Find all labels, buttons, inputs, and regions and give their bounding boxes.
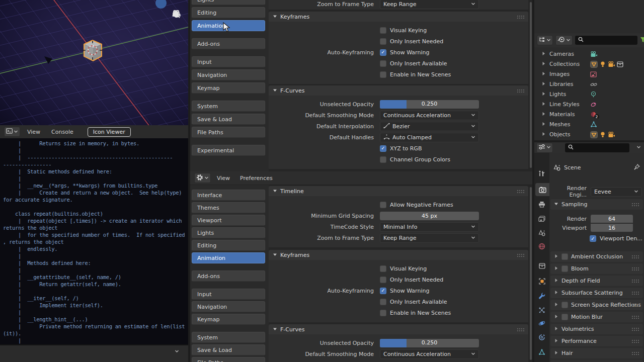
checkbox-only-insert-needed[interactable] — [380, 277, 386, 283]
console-output-text[interactable]: | Returns size in memory, in bytes. | | … — [3, 140, 187, 344]
sidebar-item-system[interactable]: System — [192, 101, 265, 112]
sidebar-item-save-load[interactable]: Save & Load — [192, 114, 265, 125]
sidebar-item-editing[interactable]: Editing — [192, 240, 265, 251]
panel-grip[interactable] — [631, 203, 639, 206]
checkbox-viewport-denoising[interactable]: ✓ — [590, 235, 596, 242]
divider[interactable] — [188, 0, 190, 362]
checkbox-ambient-occlusion[interactable] — [561, 253, 568, 260]
divider[interactable] — [534, 140, 644, 142]
slider-unselected-opacity[interactable]: 0.250 — [380, 339, 479, 347]
render-engine-select[interactable]: Eevee — [591, 187, 642, 197]
data-tab[interactable] — [534, 345, 549, 358]
console-menu-console[interactable]: Console — [47, 129, 77, 135]
sidebar-item-viewport[interactable]: Viewport — [192, 215, 265, 226]
chevron-down-icon[interactable] — [636, 144, 641, 151]
sidebar-item-file-paths[interactable]: File Paths — [192, 127, 265, 138]
checkbox-visual-keying[interactable] — [380, 265, 386, 272]
panel-grip[interactable] — [517, 328, 524, 331]
panel-header-bloom[interactable]: Bloom — [550, 263, 643, 274]
panel-grip[interactable] — [631, 291, 639, 295]
physics-tab[interactable] — [534, 317, 549, 330]
checkbox-enable-in-new-scenes[interactable] — [380, 71, 386, 78]
panel-header-hair[interactable]: Hair — [550, 348, 643, 358]
panel-header-motion-blur[interactable]: Motion Blur — [550, 312, 643, 322]
pan-icon[interactable] — [172, 26, 183, 37]
expand-arrow-icon[interactable] — [541, 81, 546, 87]
particles-tab[interactable] — [534, 303, 549, 316]
checkbox-enable-in-new-scenes[interactable] — [380, 310, 386, 316]
scene-tab[interactable] — [534, 226, 549, 239]
checkbox-allow-negative-frames[interactable] — [380, 202, 386, 208]
checkbox-xyz-to-rgb[interactable]: ✓ — [380, 145, 386, 152]
sidebar-item-input[interactable]: Input — [192, 289, 265, 300]
grid-floor-icon[interactable] — [172, 58, 183, 69]
panel-header-depth-of-field[interactable]: Depth of Field — [550, 276, 643, 286]
output-tab[interactable] — [534, 198, 549, 211]
divider[interactable] — [532, 0, 534, 362]
panel-grip[interactable] — [517, 89, 524, 93]
sidebar-item-add-ons[interactable]: Add-ons — [192, 270, 265, 282]
panel-grip[interactable] — [631, 315, 639, 319]
display-mode-button[interactable] — [537, 35, 553, 45]
constraints-tab[interactable] — [534, 331, 549, 344]
panel-grip[interactable] — [631, 327, 639, 331]
panel-header-sampling[interactable]: Sampling — [550, 199, 643, 210]
sidebar-item-navigation[interactable]: Navigation — [192, 69, 265, 80]
panel-grip[interactable] — [517, 253, 524, 257]
sidebar-item-lights[interactable]: Lights — [192, 0, 265, 5]
outliner-row-materials[interactable]: Materials2 — [534, 110, 644, 119]
checkbox-only-insert-available[interactable] — [380, 299, 386, 305]
scrollbar[interactable] — [530, 187, 532, 360]
panel-grip[interactable] — [631, 255, 639, 258]
number-field-minimum-grid-spacing[interactable]: 45 px — [380, 212, 479, 220]
select-default-interpolation[interactable]: Bezier — [380, 122, 479, 131]
material-tab[interactable] — [534, 359, 549, 362]
select-timecode-style[interactable]: Minimal Info — [380, 222, 479, 232]
panel-header-shadows[interactable]: Shadows — [550, 360, 643, 362]
select-zoom-to-frame-type[interactable]: Keep Range — [380, 0, 479, 9]
number-field-viewport[interactable]: 16 — [591, 224, 633, 232]
outliner-row-cameras[interactable]: Cameras — [534, 49, 644, 59]
outliner-row-lights[interactable]: Lights — [534, 89, 644, 99]
checkbox-screen-space-reflections[interactable] — [561, 302, 568, 308]
chevron-down-icon[interactable] — [175, 348, 179, 355]
prefs-menu-preferences[interactable]: Preferences — [236, 175, 277, 182]
outliner-row-images[interactable]: Images — [534, 69, 644, 79]
expand-arrow-icon[interactable] — [541, 71, 546, 77]
expand-arrow-icon[interactable] — [541, 91, 546, 98]
blend-file-button[interactable] — [555, 35, 573, 45]
expand-arrow-icon[interactable] — [541, 121, 546, 128]
checkbox-only-insert-needed[interactable] — [380, 38, 386, 45]
editor-type-button[interactable] — [4, 127, 20, 137]
sidebar-item-editing[interactable]: Editing — [192, 7, 265, 18]
panel-header-screen-space-reflections[interactable]: Screen Space Reflections — [550, 300, 643, 310]
world-tab[interactable] — [534, 240, 549, 253]
properties-search-input[interactable] — [565, 143, 629, 152]
object-tab[interactable] — [534, 275, 549, 288]
expand-arrow-icon[interactable] — [541, 61, 546, 67]
panel-header-timeline[interactable]: Timeline — [269, 186, 528, 196]
editor-type-button[interactable] — [536, 143, 553, 153]
checkbox-visual-keying[interactable] — [380, 27, 386, 34]
panel-grip[interactable] — [517, 15, 524, 19]
expand-arrow-icon[interactable] — [541, 111, 546, 118]
checkbox-show-warning[interactable]: ✓ — [380, 49, 386, 56]
checkbox-only-insert-available[interactable] — [380, 60, 386, 67]
outliner-row-line-styles[interactable]: Line Styles — [534, 100, 644, 109]
checkbox-bloom[interactable] — [561, 265, 568, 272]
expand-arrow-icon[interactable] — [541, 131, 546, 138]
icon-viewer-button[interactable]: Icon Viewer — [88, 127, 131, 137]
panel-header-f-curves[interactable]: F-Curves — [269, 85, 528, 96]
sidebar-item-input[interactable]: Input — [192, 56, 265, 67]
console-menu-view[interactable]: View — [23, 129, 44, 135]
select-default-handles[interactable]: Auto Clamped — [380, 133, 479, 142]
sidebar-item-file-paths[interactable]: File Paths — [192, 357, 265, 362]
sidebar-item-themes[interactable]: Themes — [192, 202, 265, 213]
panel-grip[interactable] — [631, 303, 639, 307]
panel-header-keyframes[interactable]: Keyframes — [269, 250, 528, 260]
editor-type-button[interactable] — [194, 173, 211, 183]
panel-grip[interactable] — [631, 279, 639, 283]
sidebar-item-navigation[interactable]: Navigation — [192, 301, 265, 312]
sidebar-item-save-load[interactable]: Save & Load — [192, 344, 265, 355]
render-tab[interactable] — [535, 183, 549, 196]
